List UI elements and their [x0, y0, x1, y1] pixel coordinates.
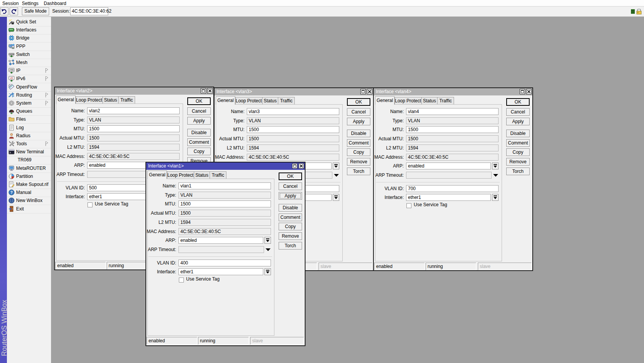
svg-text:?: ?	[10, 191, 13, 195]
svg-text:255: 255	[10, 69, 14, 71]
svg-text:v6: v6	[10, 77, 13, 79]
